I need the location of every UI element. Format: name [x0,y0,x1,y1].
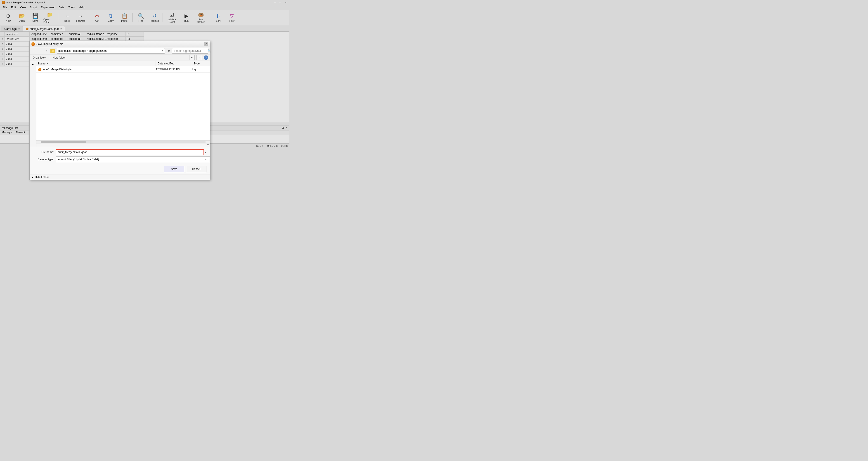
dialog-up-button[interactable]: ↑ [44,48,50,54]
scroll-up-button[interactable]: ▲ [31,62,35,66]
filename-input[interactable] [56,149,204,154]
file-item-type: Inqu [192,68,210,71]
dialog-title-icon [31,42,35,46]
view-options-button[interactable]: · [196,55,202,60]
inquisit-file-icon [38,68,41,71]
dialog-file-toolbar: Organize ▾ | New folder ≡ · ? [30,55,210,61]
file-item-name: who5_MergedData.iqdat [43,68,156,71]
hscroll-thumb [41,141,86,143]
breadcrumb-arrow-1: › [71,50,72,52]
help-button[interactable]: ? [204,55,208,60]
dialog-content: ▲ Name ∧ Date modified Type [30,61,210,147]
save-dialog: Save Inquisit script file ✕ ← → ↑ 📁 help… [29,41,210,154]
view-list-button[interactable]: ≡ [189,55,195,60]
dialog-scroll-sidebar: ▲ [30,61,36,147]
breadcrumb[interactable]: helptopics › datamerge › aggregateData ▾ [57,48,165,54]
dialog-overlay: Save Inquisit script file ✕ ← → ↑ 📁 help… [0,0,289,154]
organize-button[interactable]: Organize ▾ [31,56,47,60]
filename-dropdown-arrow[interactable]: ▾ [205,150,207,154]
dialog-close-button[interactable]: ✕ [204,42,208,46]
filename-row: File name: ▾ [33,149,207,154]
scroll-down-button[interactable]: ▼ [206,144,210,147]
dialog-file-area: Name ∧ Date modified Type [36,61,210,147]
file-list: who5_MergedData.iqdat 12/3/2024 12:33 PM… [36,66,210,141]
file-col-type-header[interactable]: Type [192,61,210,66]
organize-arrow-icon: ▾ [44,56,46,59]
file-item-who5[interactable]: who5_MergedData.iqdat 12/3/2024 12:33 PM… [36,66,210,72]
folder-icon: 📁 [51,49,55,53]
breadcrumb-refresh-button[interactable]: ↻ [167,49,171,53]
hscroll-track [41,141,206,143]
col-date-label: Date modified [158,62,174,65]
dialog-nav-toolbar: ← → ↑ 📁 helptopics › datamerge › aggrega… [30,47,210,55]
file-item-date: 12/3/2024 12:33 PM [156,68,192,71]
col-type-label: Type [194,62,200,65]
dialog-footer: File name: ▾ Save as type: Inquisit File… [30,147,210,154]
col-name-label: Name [38,62,45,65]
dialog-title-text: Save Inquisit script file [36,42,63,46]
col-name-sort-icon: ∧ [46,62,49,65]
search-box: 🔍 [172,48,208,54]
dialog-titlebar: Save Inquisit script file ✕ [30,41,210,47]
scroll-down-area: ▼ [36,144,210,147]
search-icon: 🔍 [208,49,211,53]
dialog-back-button[interactable]: ← [31,48,37,54]
new-folder-button[interactable]: New folder [51,56,67,60]
dialog-title: Save Inquisit script file [31,42,63,46]
file-col-name-header[interactable]: Name ∧ [36,61,156,66]
breadcrumb-aggregatedata[interactable]: aggregateData [89,49,106,53]
file-col-date-header[interactable]: Date modified [156,61,192,66]
filename-label: File name: [33,151,56,154]
breadcrumb-arrow-2: › [87,50,88,52]
dialog-forward-button[interactable]: → [38,48,43,54]
file-horizontal-scrollbar[interactable] [36,141,210,144]
breadcrumb-datamerge[interactable]: datamerge [73,49,86,53]
search-input[interactable] [174,49,208,53]
breadcrumb-expand-arrow[interactable]: ▾ [162,50,163,52]
breadcrumb-helptopics[interactable]: helptopics [58,49,70,53]
file-item-icon [38,67,41,71]
organize-label: Organize [33,56,44,59]
file-list-header: Name ∧ Date modified Type [36,61,210,66]
